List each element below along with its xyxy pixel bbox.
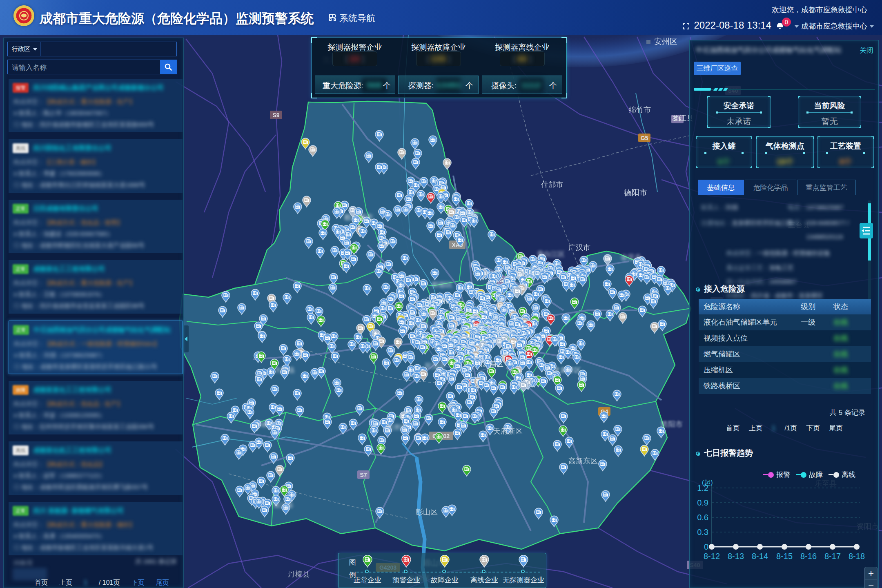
svg-text:青白江区: 青白江区 [537, 250, 565, 258]
svg-text:德阳市: 德阳市 [624, 188, 647, 197]
svg-text:温江区: 温江区 [408, 321, 429, 328]
svg-text:什邡市: 什邡市 [541, 180, 563, 189]
svg-text:0.3: 0.3 [697, 528, 708, 537]
svg-text:新都区: 新都区 [522, 270, 543, 277]
svg-text:都江堰市: 都江堰市 [344, 213, 373, 221]
svg-text:8-16: 8-16 [800, 552, 817, 561]
svg-text:S9: S9 [272, 112, 279, 118]
svg-text:1.2: 1.2 [697, 483, 708, 492]
svg-text:蒲江县: 蒲江县 [273, 501, 294, 509]
svg-text:龙泉驿区: 龙泉驿区 [553, 366, 581, 374]
svg-text:8-15: 8-15 [776, 552, 793, 561]
svg-text:0.9: 0.9 [697, 498, 708, 507]
svg-text:8-18: 8-18 [849, 552, 865, 561]
svg-text:简阳市: 简阳市 [661, 420, 683, 428]
svg-text:彭州市: 彭州市 [457, 209, 479, 217]
svg-text:郫都区: 郫都区 [432, 281, 453, 289]
svg-text:彭山区: 彭山区 [416, 508, 438, 516]
svg-text:邛崃市: 邛崃市 [255, 421, 276, 428]
svg-text:绵竹市: 绵竹市 [629, 106, 651, 114]
svg-text:丹棱县: 丹棱县 [288, 570, 310, 578]
svg-text:S9: S9 [382, 241, 388, 247]
svg-text:0: 0 [704, 542, 708, 551]
svg-text:高新西区: 高新西区 [425, 297, 452, 305]
svg-text:广汉市: 广汉市 [568, 243, 590, 252]
svg-text:0.6: 0.6 [697, 513, 708, 522]
svg-text:金堂县: 金堂县 [621, 254, 641, 261]
svg-text:8-12: 8-12 [704, 552, 720, 561]
svg-text:8-13: 8-13 [728, 552, 744, 561]
svg-text:青羊区: 青羊区 [465, 324, 486, 332]
svg-text:安州区: 安州区 [654, 37, 677, 46]
svg-text:G5: G5 [641, 135, 648, 141]
svg-text:天府新区: 天府新区 [493, 427, 523, 435]
svg-text:成华区: 成华区 [494, 328, 515, 336]
svg-text:高新东区: 高新东区 [568, 457, 598, 465]
svg-text:S7: S7 [360, 472, 367, 478]
svg-text:8-17: 8-17 [824, 552, 841, 561]
svg-text:高新南区: 高新南区 [476, 360, 503, 368]
svg-text:8-14: 8-14 [752, 552, 768, 561]
svg-text:双流区: 双流区 [425, 362, 445, 370]
svg-text:大邑县: 大邑县 [274, 366, 295, 374]
svg-text:新津区: 新津区 [386, 423, 407, 431]
